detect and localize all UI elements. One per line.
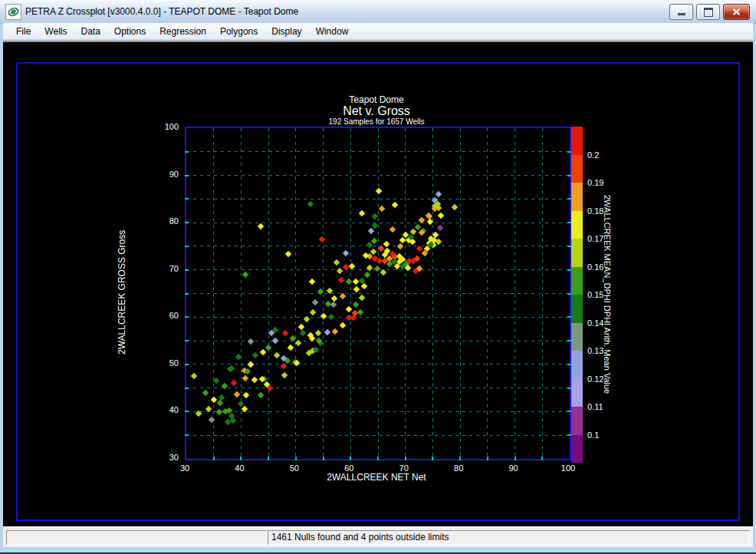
status-panel-left	[6, 530, 267, 545]
menu-item-window[interactable]: Window	[309, 24, 356, 39]
colorbar-segment	[571, 211, 583, 240]
scatter-point[interactable]	[346, 279, 352, 285]
colorbar-label: 0.19	[587, 178, 603, 187]
scatter-point[interactable]	[346, 306, 352, 312]
scatter-point[interactable]	[245, 368, 251, 374]
minimize-button[interactable]	[669, 4, 693, 20]
menu-item-wells[interactable]: Wells	[38, 24, 74, 39]
scatter-point[interactable]	[359, 210, 365, 216]
scatter-point[interactable]	[233, 391, 239, 397]
scatter-point[interactable]	[338, 277, 344, 283]
scatter-point[interactable]	[315, 330, 321, 336]
scatter-point[interactable]	[251, 377, 258, 383]
scatter-point[interactable]	[281, 372, 288, 378]
scatter-point[interactable]	[231, 380, 237, 386]
scatter-point[interactable]	[390, 226, 396, 232]
scatter-point[interactable]	[210, 397, 216, 403]
scatter-point[interactable]	[312, 299, 318, 305]
scatter-point[interactable]	[438, 213, 444, 219]
scatter-point[interactable]	[415, 223, 421, 229]
scatter-point[interactable]	[213, 378, 219, 384]
scatter-point[interactable]	[300, 330, 306, 336]
scatter-point[interactable]	[379, 206, 385, 212]
scatter-point[interactable]	[370, 248, 376, 254]
scatter-point[interactable]	[287, 345, 293, 351]
scatter-point[interactable]	[285, 251, 291, 257]
y-tick-label: 60	[151, 311, 179, 320]
scatter-point[interactable]	[320, 313, 327, 319]
scatter-point[interactable]	[436, 225, 442, 231]
scatter-point[interactable]	[373, 265, 380, 272]
crossplot-plot-area[interactable]	[185, 127, 571, 460]
menu-item-options[interactable]: Options	[107, 24, 153, 39]
scatter-point[interactable]	[252, 352, 258, 358]
scatter-point[interactable]	[222, 383, 228, 389]
scatter-point[interactable]	[396, 243, 403, 249]
scatter-point[interactable]	[202, 390, 209, 396]
scatter-point[interactable]	[242, 272, 248, 278]
scatter-point[interactable]	[375, 188, 381, 194]
scatter-point[interactable]	[367, 228, 373, 234]
scatter-point[interactable]	[343, 250, 349, 256]
scatter-point[interactable]	[274, 351, 280, 358]
menu-item-regression[interactable]: Regression	[153, 24, 213, 39]
scatter-point[interactable]	[307, 200, 314, 206]
scatter-point[interactable]	[324, 329, 330, 335]
scatter-point[interactable]	[392, 202, 398, 208]
scatter-point[interactable]	[271, 338, 278, 344]
scatter-point[interactable]	[452, 204, 458, 210]
y-tick-mark	[185, 151, 189, 153]
scatter-point[interactable]	[260, 349, 266, 355]
scatter-point[interactable]	[348, 263, 354, 269]
colorbar-label: 0.17	[587, 234, 603, 243]
scatter-point[interactable]	[359, 295, 365, 301]
scatter-point[interactable]	[337, 268, 343, 274]
y-tick-mark	[185, 316, 189, 318]
title-bar[interactable]: PETRA Z Crossplot [v3000.4.0.0] - TEAPOT…	[0, 0, 756, 24]
x-tick-label: 70	[393, 463, 416, 473]
x-tick-mark	[213, 457, 215, 460]
scatter-point[interactable]	[310, 309, 316, 315]
scatter-point[interactable]	[361, 283, 367, 289]
scatter-point[interactable]	[319, 236, 325, 242]
scatter-point[interactable]	[352, 302, 358, 308]
scatter-point[interactable]	[298, 323, 304, 329]
scatter-point[interactable]	[191, 373, 197, 379]
scatter-point[interactable]	[217, 400, 223, 406]
scatter-point[interactable]	[309, 279, 315, 285]
scatter-point[interactable]	[332, 328, 338, 335]
scatter-point[interactable]	[328, 314, 334, 320]
x-tick-mark	[487, 457, 488, 460]
scatter-point[interactable]	[258, 223, 264, 229]
menu-item-data[interactable]: Data	[74, 24, 107, 39]
scatter-point[interactable]	[258, 392, 264, 398]
maximize-button[interactable]	[696, 4, 720, 20]
scatter-point[interactable]	[340, 322, 346, 328]
colorbar-segment	[571, 183, 583, 212]
scatter-point[interactable]	[248, 361, 254, 368]
scatter-point[interactable]	[248, 338, 254, 345]
menu-item-file[interactable]: File	[9, 24, 38, 39]
scatter-point[interactable]	[436, 191, 442, 197]
scatter-point[interactable]	[357, 309, 363, 315]
scatter-point[interactable]	[363, 272, 370, 278]
scatter-point[interactable]	[352, 279, 358, 285]
scatter-point[interactable]	[242, 374, 248, 381]
scatter-point[interactable]	[353, 286, 360, 292]
scatter-point[interactable]	[243, 392, 249, 398]
menu-item-polygons[interactable]: Polygons	[213, 24, 265, 39]
gridline-horizontal	[186, 341, 570, 341]
close-button[interactable]	[723, 4, 750, 20]
scatter-point[interactable]	[216, 409, 222, 415]
scatter-point[interactable]	[331, 295, 337, 301]
menu-item-display[interactable]: Display	[265, 24, 308, 39]
scatter-point[interactable]	[282, 330, 288, 336]
scatter-point[interactable]	[334, 259, 340, 265]
y-tick-mark	[185, 246, 189, 247]
scatter-point[interactable]	[405, 265, 411, 271]
colorbar-label: 0.11	[587, 402, 603, 411]
scatter-point[interactable]	[265, 345, 271, 351]
scatter-point[interactable]	[284, 358, 291, 364]
scatter-point[interactable]	[237, 401, 243, 407]
scatter-point[interactable]	[330, 302, 337, 308]
